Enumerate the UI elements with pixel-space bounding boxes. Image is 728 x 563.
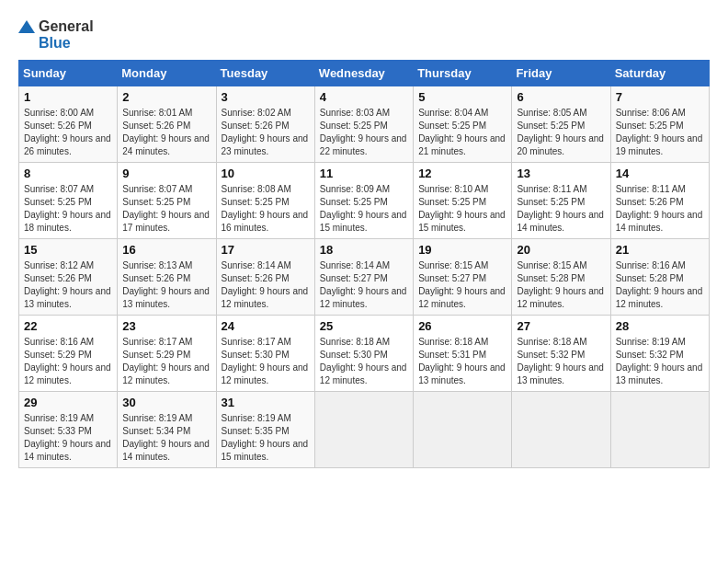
calendar-cell: 29 Sunrise: 8:19 AM Sunset: 5:33 PM Dayl… bbox=[19, 392, 118, 468]
calendar-cell: 8 Sunrise: 8:07 AM Sunset: 5:25 PM Dayli… bbox=[19, 163, 118, 239]
day-number: 3 bbox=[222, 90, 310, 104]
calendar-cell: 30 Sunrise: 8:19 AM Sunset: 5:34 PM Dayl… bbox=[118, 392, 216, 468]
calendar-table: SundayMondayTuesdayWednesdayThursdayFrid… bbox=[18, 60, 710, 468]
calendar-cell: 18 Sunrise: 8:14 AM Sunset: 5:27 PM Dayl… bbox=[314, 239, 413, 316]
cell-detail: Sunrise: 8:17 AM Sunset: 5:29 PM Dayligh… bbox=[122, 336, 210, 387]
calendar-cell: 4 Sunrise: 8:03 AM Sunset: 5:25 PM Dayli… bbox=[314, 86, 413, 163]
cell-detail: Sunrise: 8:10 AM Sunset: 5:25 PM Dayligh… bbox=[418, 183, 506, 235]
day-number: 14 bbox=[616, 167, 704, 180]
calendar-cell: 25 Sunrise: 8:18 AM Sunset: 5:30 PM Dayl… bbox=[314, 316, 413, 392]
cell-detail: Sunrise: 8:08 AM Sunset: 5:25 PM Dayligh… bbox=[222, 183, 310, 235]
cell-detail: Sunrise: 8:19 AM Sunset: 5:32 PM Dayligh… bbox=[616, 336, 704, 387]
day-number: 25 bbox=[320, 319, 408, 333]
calendar-cell: 24 Sunrise: 8:17 AM Sunset: 5:30 PM Dayl… bbox=[216, 316, 314, 392]
day-number: 2 bbox=[122, 90, 210, 104]
day-number: 13 bbox=[517, 167, 605, 180]
day-number: 7 bbox=[616, 90, 704, 104]
cell-detail: Sunrise: 8:14 AM Sunset: 5:27 PM Dayligh… bbox=[320, 259, 408, 311]
cell-detail: Sunrise: 8:12 AM Sunset: 5:26 PM Dayligh… bbox=[24, 259, 112, 311]
day-number: 22 bbox=[24, 319, 112, 333]
calendar-cell: 19 Sunrise: 8:15 AM Sunset: 5:27 PM Dayl… bbox=[414, 239, 512, 316]
weekday-header-thursday: Thursday bbox=[414, 61, 512, 86]
cell-detail: Sunrise: 8:18 AM Sunset: 5:30 PM Dayligh… bbox=[320, 336, 408, 387]
cell-detail: Sunrise: 8:02 AM Sunset: 5:26 PM Dayligh… bbox=[222, 107, 310, 158]
svg-marker-0 bbox=[18, 20, 35, 33]
cell-detail: Sunrise: 8:19 AM Sunset: 5:34 PM Dayligh… bbox=[122, 412, 210, 464]
cell-detail: Sunrise: 8:16 AM Sunset: 5:28 PM Dayligh… bbox=[616, 259, 704, 311]
cell-detail: Sunrise: 8:18 AM Sunset: 5:31 PM Dayligh… bbox=[418, 336, 506, 387]
calendar-cell: 22 Sunrise: 8:16 AM Sunset: 5:29 PM Dayl… bbox=[19, 316, 118, 392]
calendar-cell: 6 Sunrise: 8:05 AM Sunset: 5:25 PM Dayli… bbox=[512, 86, 610, 163]
cell-detail: Sunrise: 8:19 AM Sunset: 5:35 PM Dayligh… bbox=[222, 412, 310, 464]
day-number: 11 bbox=[320, 167, 408, 180]
day-number: 12 bbox=[418, 167, 506, 180]
day-number: 1 bbox=[24, 90, 112, 104]
cell-detail: Sunrise: 8:05 AM Sunset: 5:25 PM Dayligh… bbox=[517, 107, 605, 158]
cell-detail: Sunrise: 8:01 AM Sunset: 5:26 PM Dayligh… bbox=[122, 107, 210, 158]
logo-triangle-icon bbox=[18, 20, 35, 46]
logo-general: General bbox=[39, 18, 94, 35]
logo-text: General Blue bbox=[18, 18, 94, 51]
day-number: 8 bbox=[24, 167, 112, 180]
calendar-cell: 17 Sunrise: 8:14 AM Sunset: 5:26 PM Dayl… bbox=[216, 239, 314, 316]
calendar-cell: 21 Sunrise: 8:16 AM Sunset: 5:28 PM Dayl… bbox=[610, 239, 709, 316]
day-number: 16 bbox=[122, 243, 210, 257]
calendar-cell: 31 Sunrise: 8:19 AM Sunset: 5:35 PM Dayl… bbox=[216, 392, 314, 468]
calendar-cell: 12 Sunrise: 8:10 AM Sunset: 5:25 PM Dayl… bbox=[414, 163, 512, 239]
day-number: 17 bbox=[222, 243, 310, 257]
calendar-cell: 23 Sunrise: 8:17 AM Sunset: 5:29 PM Dayl… bbox=[118, 316, 216, 392]
day-number: 15 bbox=[24, 243, 112, 257]
cell-detail: Sunrise: 8:07 AM Sunset: 5:25 PM Dayligh… bbox=[24, 183, 112, 235]
cell-detail: Sunrise: 8:00 AM Sunset: 5:26 PM Dayligh… bbox=[24, 107, 112, 158]
cell-detail: Sunrise: 8:13 AM Sunset: 5:26 PM Dayligh… bbox=[122, 259, 210, 311]
day-number: 4 bbox=[320, 90, 408, 104]
weekday-header-saturday: Saturday bbox=[610, 61, 709, 86]
calendar-cell: 27 Sunrise: 8:18 AM Sunset: 5:32 PM Dayl… bbox=[512, 316, 610, 392]
cell-detail: Sunrise: 8:07 AM Sunset: 5:25 PM Dayligh… bbox=[122, 183, 210, 235]
calendar-cell: 15 Sunrise: 8:12 AM Sunset: 5:26 PM Dayl… bbox=[19, 239, 118, 316]
day-number: 23 bbox=[122, 319, 210, 333]
cell-detail: Sunrise: 8:14 AM Sunset: 5:26 PM Dayligh… bbox=[222, 259, 310, 311]
calendar-cell: 10 Sunrise: 8:08 AM Sunset: 5:25 PM Dayl… bbox=[216, 163, 314, 239]
day-number: 18 bbox=[320, 243, 408, 257]
day-number: 6 bbox=[517, 90, 605, 104]
calendar-cell bbox=[314, 392, 413, 468]
cell-detail: Sunrise: 8:04 AM Sunset: 5:25 PM Dayligh… bbox=[418, 107, 506, 158]
calendar-cell: 9 Sunrise: 8:07 AM Sunset: 5:25 PM Dayli… bbox=[118, 163, 216, 239]
weekday-header-friday: Friday bbox=[512, 61, 610, 86]
day-number: 27 bbox=[517, 319, 605, 333]
cell-detail: Sunrise: 8:15 AM Sunset: 5:28 PM Dayligh… bbox=[517, 259, 605, 311]
day-number: 28 bbox=[616, 319, 704, 333]
weekday-header-wednesday: Wednesday bbox=[314, 61, 413, 86]
day-number: 19 bbox=[418, 243, 506, 257]
calendar-cell: 7 Sunrise: 8:06 AM Sunset: 5:25 PM Dayli… bbox=[610, 86, 709, 163]
weekday-header-tuesday: Tuesday bbox=[216, 61, 314, 86]
calendar-cell: 13 Sunrise: 8:11 AM Sunset: 5:25 PM Dayl… bbox=[512, 163, 610, 239]
calendar-cell: 11 Sunrise: 8:09 AM Sunset: 5:25 PM Dayl… bbox=[314, 163, 413, 239]
cell-detail: Sunrise: 8:09 AM Sunset: 5:25 PM Dayligh… bbox=[320, 183, 408, 235]
calendar-cell: 14 Sunrise: 8:11 AM Sunset: 5:26 PM Dayl… bbox=[610, 163, 709, 239]
day-number: 10 bbox=[222, 167, 310, 180]
logo: General Blue bbox=[18, 18, 94, 51]
calendar-cell: 28 Sunrise: 8:19 AM Sunset: 5:32 PM Dayl… bbox=[610, 316, 709, 392]
cell-detail: Sunrise: 8:11 AM Sunset: 5:25 PM Dayligh… bbox=[517, 183, 605, 235]
weekday-header-sunday: Sunday bbox=[19, 61, 118, 86]
day-number: 31 bbox=[222, 396, 310, 409]
day-number: 29 bbox=[24, 396, 112, 409]
cell-detail: Sunrise: 8:15 AM Sunset: 5:27 PM Dayligh… bbox=[418, 259, 506, 311]
calendar-cell: 3 Sunrise: 8:02 AM Sunset: 5:26 PM Dayli… bbox=[216, 86, 314, 163]
cell-detail: Sunrise: 8:16 AM Sunset: 5:29 PM Dayligh… bbox=[24, 336, 112, 387]
day-number: 30 bbox=[122, 396, 210, 409]
calendar-cell bbox=[512, 392, 610, 468]
cell-detail: Sunrise: 8:17 AM Sunset: 5:30 PM Dayligh… bbox=[222, 336, 310, 387]
calendar-cell: 5 Sunrise: 8:04 AM Sunset: 5:25 PM Dayli… bbox=[414, 86, 512, 163]
day-number: 20 bbox=[517, 243, 605, 257]
page-header: General Blue bbox=[18, 18, 710, 51]
calendar-cell: 1 Sunrise: 8:00 AM Sunset: 5:26 PM Dayli… bbox=[19, 86, 118, 163]
day-number: 5 bbox=[418, 90, 506, 104]
day-number: 9 bbox=[122, 167, 210, 180]
day-number: 26 bbox=[418, 319, 506, 333]
cell-detail: Sunrise: 8:06 AM Sunset: 5:25 PM Dayligh… bbox=[616, 107, 704, 158]
day-number: 24 bbox=[222, 319, 310, 333]
cell-detail: Sunrise: 8:18 AM Sunset: 5:32 PM Dayligh… bbox=[517, 336, 605, 387]
